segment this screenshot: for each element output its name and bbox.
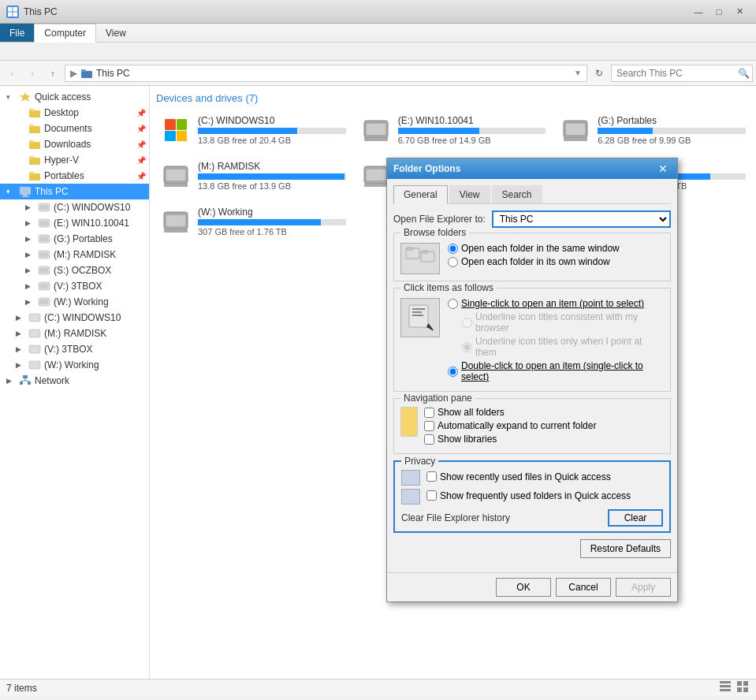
section-title: Devices and drives (7) xyxy=(156,92,750,104)
recent-files-checkbox[interactable] xyxy=(426,471,437,482)
svg-rect-49 xyxy=(564,138,587,141)
back-button[interactable]: ‹ xyxy=(3,65,20,82)
drive-item-e[interactable]: (E:) WIN10.10041 6.70 GB free of 14.9 GB xyxy=(356,110,550,150)
drive-item-w[interactable]: (W:) Working 307 GB free of 1.76 TB xyxy=(156,202,350,241)
svg-rect-31 xyxy=(40,284,48,289)
single-click-radio[interactable] xyxy=(448,299,458,309)
browse-own-window-label: Open each folder in its own window xyxy=(461,256,610,267)
sidebar-item-network-v[interactable]: ▶ (V:) 3TBOX xyxy=(0,341,149,357)
show-all-folders-row: Show all folders xyxy=(424,407,596,418)
frequent-folders-label: Show frequently used folders in Quick ac… xyxy=(440,490,631,501)
apply-button[interactable]: Apply xyxy=(616,578,671,597)
sidebar-item-e-drive[interactable]: ▶ (E:) WIN10.10041 xyxy=(0,215,149,231)
tab-view[interactable]: View xyxy=(449,185,490,203)
sidebar-item-this-pc[interactable]: ▾ This PC xyxy=(0,184,149,199)
browse-same-window-radio[interactable] xyxy=(448,244,458,254)
click-items-icon xyxy=(400,298,440,337)
quick-access-icon xyxy=(19,91,32,103)
frequent-folders-row: Show frequently used folders in Quick ac… xyxy=(426,489,631,502)
sidebar-item-m-drive[interactable]: ▶ (M:) RAMDISK xyxy=(0,247,149,262)
sidebar-item-g-drive[interactable]: ▶ (G:) Portables xyxy=(0,231,149,247)
browse-folders-options: Open each folder in the same window Open… xyxy=(446,243,620,270)
large-icons-button[interactable] xyxy=(736,680,750,696)
cancel-button[interactable]: Cancel xyxy=(556,578,611,597)
folder-icon xyxy=(28,138,41,151)
sidebar-item-s-drive[interactable]: ▶ (S:) OCZBOX xyxy=(0,262,149,278)
sidebar-item-network-m[interactable]: ▶ (M:) RAMDISK xyxy=(0,326,149,341)
search-input[interactable] xyxy=(611,65,753,82)
sidebar-item-w-drive[interactable]: ▶ (W:) Working xyxy=(0,294,149,310)
sidebar-item-network-w[interactable]: ▶ (W:) Working xyxy=(0,357,149,373)
drive-bar-container-e xyxy=(398,128,546,134)
tab-file[interactable]: File xyxy=(0,24,34,42)
svg-rect-46 xyxy=(364,138,388,141)
close-button[interactable]: ✕ xyxy=(729,4,750,20)
show-all-folders-checkbox[interactable] xyxy=(424,408,434,418)
ok-button[interactable]: OK xyxy=(496,578,551,597)
folder-icon xyxy=(28,154,41,166)
folder-icon xyxy=(28,106,41,119)
address-input[interactable]: ▶ This PC ▼ xyxy=(65,65,587,82)
dialog-tab-bar: General View Search xyxy=(393,185,671,204)
sidebar-item-network[interactable]: ▶ Network xyxy=(0,373,149,389)
sidebar-item-downloads[interactable]: Downloads 📌 xyxy=(0,136,149,152)
forward-button[interactable]: › xyxy=(24,65,41,82)
frequent-folders-checkbox[interactable] xyxy=(426,490,437,501)
sidebar-label-desktop: Desktop xyxy=(44,107,79,118)
details-view-button[interactable] xyxy=(718,680,732,696)
maximize-button[interactable]: □ xyxy=(709,4,729,20)
sidebar-item-v-drive[interactable]: ▶ (V:) 3TBOX xyxy=(0,278,149,294)
minimize-button[interactable]: — xyxy=(688,4,709,20)
app-icon xyxy=(6,6,19,18)
svg-line-42 xyxy=(21,380,25,382)
browse-own-window-radio[interactable] xyxy=(448,257,458,267)
double-click-radio[interactable] xyxy=(448,367,458,377)
sidebar-item-hyper-v[interactable]: Hyper-V 📌 xyxy=(0,152,149,168)
sidebar-item-portables[interactable]: Portables 📌 xyxy=(0,168,149,184)
svg-rect-18 xyxy=(23,195,28,196)
svg-rect-9 xyxy=(29,126,40,133)
expand-arrow: ▶ xyxy=(25,219,35,227)
sidebar-item-network-c[interactable]: ▶ (C:) WINDOWS10 xyxy=(0,310,149,326)
dialog-footer: OK Cancel Apply xyxy=(387,572,677,601)
svg-rect-4 xyxy=(81,71,92,78)
sidebar-item-c-drive[interactable]: ▶ (C:) WINDOWS10 xyxy=(0,199,149,215)
underline-browser-radio[interactable] xyxy=(462,318,472,328)
window-title: This PC xyxy=(24,6,58,17)
up-button[interactable]: ↑ xyxy=(44,65,61,82)
drive-item-m[interactable]: (M:) RAMDISK 13.8 GB free of 13.9 GB xyxy=(156,156,350,195)
tab-computer[interactable]: Computer xyxy=(34,24,96,43)
underline-point-radio[interactable] xyxy=(462,342,472,352)
sidebar-item-documents[interactable]: Documents 📌 xyxy=(0,121,149,136)
dialog-close-button[interactable]: ✕ xyxy=(655,162,671,175)
tab-general[interactable]: General xyxy=(393,185,448,204)
auto-expand-checkbox[interactable] xyxy=(424,421,434,431)
tab-view[interactable]: View xyxy=(96,24,136,42)
sidebar-label-net-m: (M:) RAMDISK xyxy=(44,328,106,339)
clear-button[interactable]: Clear xyxy=(608,509,663,527)
drive-item-g[interactable]: (G:) Portables 6.28 GB free of 9.99 GB xyxy=(556,110,750,150)
svg-rect-48 xyxy=(566,124,585,135)
svg-rect-36 xyxy=(29,345,40,353)
svg-rect-16 xyxy=(29,172,34,174)
svg-rect-45 xyxy=(367,124,385,135)
sidebar-item-desktop[interactable]: Desktop 📌 xyxy=(0,105,149,121)
show-libraries-checkbox[interactable] xyxy=(424,434,434,445)
ribbon: File Computer View xyxy=(0,24,756,61)
click-items-group: Click items as follows Single-click to o… xyxy=(393,288,671,392)
recent-files-row: Show recently used files in Quick access xyxy=(426,470,611,483)
drive-item-c[interactable]: (C:) WINDOWS10 13.8 GB free of 20.4 GB xyxy=(156,110,350,150)
drive-free-e: 6.70 GB free of 14.9 GB xyxy=(398,136,546,145)
tab-search[interactable]: Search xyxy=(492,185,542,203)
underline-point-label: Underline icon titles only when I point … xyxy=(475,336,664,358)
open-fe-select[interactable]: This PC Quick access xyxy=(492,210,671,228)
svg-rect-17 xyxy=(20,187,31,195)
refresh-button[interactable]: ↻ xyxy=(590,65,608,82)
show-all-folders-label: Show all folders xyxy=(438,407,505,418)
restore-defaults-button[interactable]: Restore Defaults xyxy=(580,539,671,558)
drive-bar-w xyxy=(198,219,321,225)
sidebar-item-quick-access[interactable]: ▾ Quick access xyxy=(0,89,149,105)
svg-rect-3 xyxy=(13,12,18,17)
drive-icon xyxy=(38,217,50,229)
svg-rect-15 xyxy=(29,173,40,181)
